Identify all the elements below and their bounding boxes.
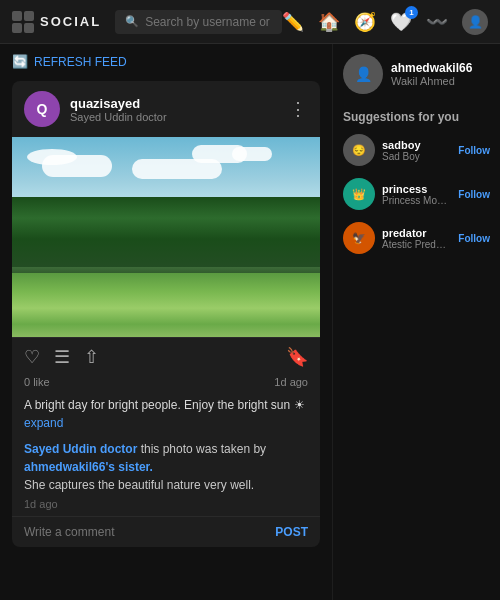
suggestion-username-predator: predator xyxy=(382,227,451,239)
refresh-icon: 🔄 xyxy=(12,54,28,69)
comment-button[interactable]: ☰ xyxy=(54,346,70,368)
cloud-5 xyxy=(232,147,272,161)
notification-badge: 1 xyxy=(405,6,418,19)
bookmark-button[interactable]: 🔖 xyxy=(286,346,308,368)
suggestion-username-princess: princess xyxy=(382,183,451,195)
follow-button-sadboy[interactable]: Follow xyxy=(458,145,490,156)
caption-text: A bright day for bright people. Enjoy th… xyxy=(24,398,305,412)
profile-avatar[interactable]: 👤 xyxy=(343,54,383,94)
post-actions: ♡ ☰ ⇧ 🔖 xyxy=(12,337,320,376)
suggestion-fullname-sadboy: Sad Boy xyxy=(382,151,451,162)
post-user-info: quazisayed Sayed Uddin doctor xyxy=(70,96,279,123)
suggestion-avatar-princess[interactable]: 👑 xyxy=(343,178,375,210)
post-image xyxy=(12,137,320,337)
follow-button-predator[interactable]: Follow xyxy=(458,233,490,244)
main-content: 🔄 REFRESH FEED Q quazisayed Sayed Uddin … xyxy=(0,44,500,600)
suggestion-avatar-sadboy[interactable]: 😔 xyxy=(343,134,375,166)
post-meta: 0 like 1d ago xyxy=(12,376,320,392)
post-menu-button[interactable]: ⋮ xyxy=(289,98,308,120)
heart-icon[interactable]: 🤍 1 xyxy=(390,11,412,33)
profile-username[interactable]: ahmedwakil66 xyxy=(391,61,472,75)
post-card: Q quazisayed Sayed Uddin doctor ⋮ xyxy=(12,81,320,547)
comment-timestamp: 1d ago xyxy=(12,498,320,516)
cloud-2 xyxy=(27,149,77,165)
search-bar[interactable]: 🔍 xyxy=(115,10,282,34)
comment-mention-1[interactable]: Sayed Uddin doctor xyxy=(24,442,137,456)
comment-text-1: this photo was taken by xyxy=(137,442,266,456)
right-sidebar: 👤 ahmedwakil66 Wakil Ahmed Suggestions f… xyxy=(332,44,500,600)
trees-layer xyxy=(12,197,320,267)
app-name: SOcIAL xyxy=(40,14,101,29)
suggestion-avatar-predator[interactable]: 🦅 xyxy=(343,222,375,254)
suggestion-item-princess: 👑 princess Princess Monoke Follow xyxy=(343,178,490,210)
activity-icon[interactable]: 〰️ xyxy=(426,11,448,33)
header: SOcIAL 🔍 ✏️ 🏠 🧭 🤍 1 〰️ 👤 xyxy=(0,0,500,44)
post-timestamp: 1d ago xyxy=(274,376,308,388)
suggestion-info-princess: princess Princess Monoke xyxy=(382,183,451,206)
search-input[interactable] xyxy=(145,15,272,29)
ground-layer xyxy=(12,273,320,337)
post-image-scene xyxy=(12,137,320,337)
search-icon: 🔍 xyxy=(125,15,139,28)
suggestion-fullname-predator: Atestic Predator xyxy=(382,239,451,250)
refresh-label: REFRESH FEED xyxy=(34,55,127,69)
suggestion-info-predator: predator Atestic Predator xyxy=(382,227,451,250)
logo-icon xyxy=(12,11,34,33)
profile-fullname: Wakil Ahmed xyxy=(391,75,472,87)
comment-text-2: She captures the beautiful nature very w… xyxy=(24,478,254,492)
profile-info: ahmedwakil66 Wakil Ahmed xyxy=(391,61,472,87)
like-count: 0 like xyxy=(24,376,50,388)
post-caption: A bright day for bright people. Enjoy th… xyxy=(12,392,320,438)
post-comment-button[interactable]: POST xyxy=(275,525,308,539)
user-avatar-nav[interactable]: 👤 xyxy=(462,9,488,35)
like-button[interactable]: ♡ xyxy=(24,346,40,368)
logo: SOcIAL xyxy=(12,11,101,33)
post-comment: Sayed Uddin doctor this photo was taken … xyxy=(12,438,320,498)
compass-icon[interactable]: 🧭 xyxy=(354,11,376,33)
post-header: Q quazisayed Sayed Uddin doctor ⋮ xyxy=(12,81,320,137)
follow-button-princess[interactable]: Follow xyxy=(458,189,490,200)
suggestion-fullname-princess: Princess Monoke xyxy=(382,195,451,206)
nav-icons: ✏️ 🏠 🧭 🤍 1 〰️ 👤 xyxy=(282,9,488,35)
share-button[interactable]: ⇧ xyxy=(84,346,99,368)
suggestion-item-sadboy: 😔 sadboy Sad Boy Follow xyxy=(343,134,490,166)
suggestion-info-sadboy: sadboy Sad Boy xyxy=(382,139,451,162)
post-username[interactable]: quazisayed xyxy=(70,96,279,111)
comment-mention-2: ahmedwakil66's sister. xyxy=(24,460,153,474)
suggestion-username-sadboy: sadboy xyxy=(382,139,451,151)
home-icon[interactable]: 🏠 xyxy=(318,11,340,33)
refresh-feed-button[interactable]: 🔄 REFRESH FEED xyxy=(12,54,320,69)
profile-section: 👤 ahmedwakil66 Wakil Ahmed xyxy=(343,54,490,94)
expand-button[interactable]: expand xyxy=(24,416,63,430)
post-author-avatar[interactable]: Q xyxy=(24,91,60,127)
feed-column: 🔄 REFRESH FEED Q quazisayed Sayed Uddin … xyxy=(0,44,332,600)
suggestion-item-predator: 🦅 predator Atestic Predator Follow xyxy=(343,222,490,254)
post-subtitle: Sayed Uddin doctor xyxy=(70,111,279,123)
compose-icon[interactable]: ✏️ xyxy=(282,11,304,33)
suggestions-title: Suggestions for you xyxy=(343,110,490,124)
comment-input-area: POST xyxy=(12,516,320,547)
comment-input[interactable] xyxy=(24,525,267,539)
